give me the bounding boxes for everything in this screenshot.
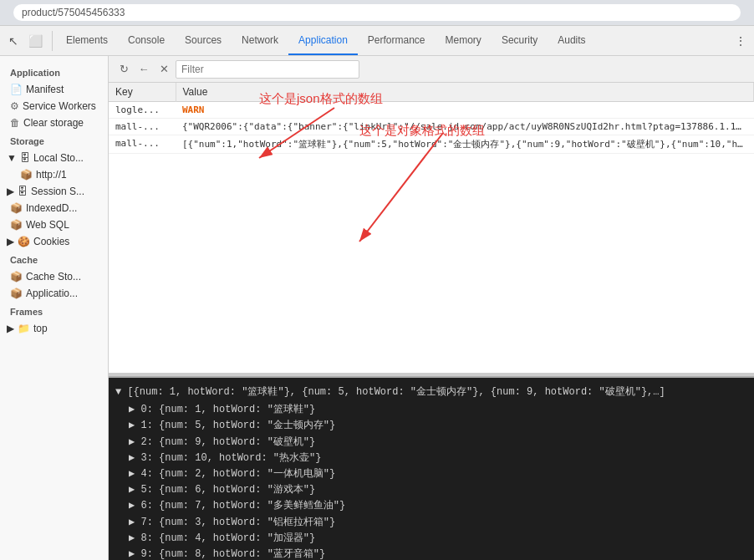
sidebar-group-top-header[interactable]: ▶ 📁 top (0, 320, 108, 337)
toolbar-icons: ↖ ⬜ (3, 31, 53, 51)
table-cell-key: mall-... (109, 135, 176, 154)
bottom-tree-item[interactable]: ▶ 2: {num: 9, hotWord: "破壁机"} (115, 435, 747, 451)
bottom-tree-item[interactable]: ▶ 6: {num: 7, hotWord: "多美鲜鳕鱼油"} (115, 498, 747, 514)
bottom-panel: ▼ [{num: 1, hotWord: "篮球鞋"}, {num: 5, ho… (109, 376, 754, 560)
sidebar-item-manifest-label: Manifest (26, 84, 64, 95)
sidebar-group-session-storage: ▶ 🗄 Session S... (0, 183, 108, 200)
table-cell-key: logle... (109, 102, 176, 119)
bottom-tree-item[interactable]: ▶ 1: {num: 5, hotWord: "金士顿内存"} (115, 418, 747, 434)
filter-input[interactable] (176, 60, 359, 79)
cache-storage-icon: 📦 (10, 271, 23, 283)
sidebar-websql-label: Web SQL (26, 219, 69, 231)
service-workers-icon: ⚙ (10, 100, 19, 112)
frames-folder-icon: 📁 (18, 323, 30, 334)
table-cell-value: WARN (176, 102, 754, 119)
sidebar-app-cache-label: Applicatio... (26, 288, 78, 299)
table-row[interactable]: logle...WARN (109, 102, 754, 119)
sidebar-cache-storage-label: Cache Sto... (26, 271, 81, 283)
local-storage-db-icon: 🗄 (20, 152, 30, 164)
url-bar[interactable]: product/575045456333 (13, 4, 741, 21)
bottom-tree-item[interactable]: ▶ 5: {num: 6, hotWord: "游戏本"} (115, 482, 747, 498)
bottom-tree-item[interactable]: ▶ 8: {num: 4, hotWord: "加湿器"} (115, 531, 747, 547)
col-header-key: Key (109, 83, 176, 102)
table-row[interactable]: mall-...{"WQR2006":{"data":{"banner":{"l… (109, 119, 754, 135)
tab-elements[interactable]: Elements (56, 26, 118, 55)
sidebar-indexeddb-label: IndexedD... (26, 202, 77, 214)
sidebar-item-clear-storage[interactable]: 🗑 Clear storage (0, 115, 108, 131)
inspect-icon[interactable]: ⬜ (25, 31, 45, 51)
table-row[interactable]: mall-...[{"num":1,"hotWord":"篮球鞋"},{"num… (109, 135, 754, 154)
sidebar-child-http-label: http://1 (36, 169, 67, 181)
clear-button[interactable]: ✕ (155, 61, 172, 78)
sidebar-local-storage-label: Local Sto... (33, 152, 84, 164)
cookies-expand-icon: ▶ (7, 236, 14, 247)
sidebar-item-service-label: Service Workers (23, 100, 96, 112)
sidebar-group-local-storage-header[interactable]: ▼ 🗄 Local Sto... (0, 150, 108, 166)
sidebar-item-indexeddb[interactable]: 📦 IndexedD... (0, 200, 108, 216)
sidebar-item-manifest[interactable]: 📄 Manifest (0, 81, 108, 98)
table-cell-key: mall-... (109, 119, 176, 135)
tab-application[interactable]: Application (288, 26, 358, 55)
sidebar-group-cookies: ▶ 🍪 Cookies (0, 233, 108, 250)
bottom-summary: ▼ [{num: 1, hotWord: "篮球鞋"}, {num: 5, ho… (115, 383, 747, 402)
devtools-body: Application 📄 Manifest ⚙ Service Workers… (0, 56, 754, 560)
tab-audits[interactable]: Audits (548, 26, 595, 55)
browser-bar: product/575045456333 (0, 0, 754, 25)
sidebar-cookies-label: Cookies (33, 236, 69, 247)
app-cache-icon: 📦 (10, 288, 23, 299)
manifest-icon: 📄 (10, 84, 23, 95)
refresh-button[interactable]: ↻ (115, 61, 132, 78)
devtools-panel: ↖ ⬜ Elements Console Sources Network App… (0, 25, 754, 560)
bottom-tree-item[interactable]: ▶ 0: {num: 1, hotWord: "篮球鞋"} (115, 402, 747, 418)
table-area: Key Value logle...WARNmall-...{"WQR2006"… (109, 83, 754, 373)
main-content: ↻ ← ✕ Key Value logle...WARNmall-. (109, 56, 754, 560)
sidebar-child-http[interactable]: 📦 http://1 (13, 166, 108, 183)
sidebar-section-application: Application (0, 63, 108, 81)
bottom-tree-item[interactable]: ▶ 9: {num: 8, hotWord: "蓝牙音箱"} (115, 547, 747, 560)
tab-sources[interactable]: Sources (175, 26, 232, 55)
devtools-tabs: Elements Console Sources Network Applica… (56, 26, 731, 55)
indexeddb-icon: 📦 (10, 202, 23, 214)
data-table: Key Value logle...WARNmall-...{"WQR2006"… (109, 83, 754, 154)
toolbar-more: ⋮ (731, 31, 751, 51)
clear-storage-icon: 🗑 (10, 117, 20, 129)
tab-network[interactable]: Network (232, 26, 288, 55)
table-cell-value: {"WQR2006":{"data":{"banner":{"linkUrl":… (176, 119, 754, 135)
sidebar-group-session-header[interactable]: ▶ 🗄 Session S... (0, 183, 108, 200)
sidebar: Application 📄 Manifest ⚙ Service Workers… (0, 56, 109, 560)
back-button[interactable]: ← (135, 61, 152, 78)
local-storage-expand-icon: ▼ (7, 152, 17, 164)
sidebar-session-label: Session S... (31, 186, 84, 197)
col-header-value: Value (176, 83, 754, 102)
more-options-icon[interactable]: ⋮ (731, 31, 751, 51)
sidebar-group-local-storage: ▼ 🗄 Local Sto... 📦 http://1 (0, 150, 108, 183)
bottom-tree-item[interactable]: ▶ 7: {num: 3, hotWord: "铝框拉杆箱"} (115, 515, 747, 531)
bottom-tree-item[interactable]: ▶ 3: {num: 10, hotWord: "热水壶"} (115, 451, 747, 466)
session-db-icon: 🗄 (18, 186, 28, 197)
table-cell-value: [{"num":1,"hotWord":"篮球鞋"},{"num":5,"hot… (176, 135, 754, 154)
warn-badge: WARN (182, 104, 205, 115)
devtools-toolbar: ↖ ⬜ Elements Console Sources Network App… (0, 26, 754, 56)
sidebar-section-storage: Storage (0, 131, 108, 150)
sidebar-item-service-workers[interactable]: ⚙ Service Workers (0, 98, 108, 115)
cookies-icon: 🍪 (18, 236, 30, 247)
sidebar-group-frames: ▶ 📁 top (0, 320, 108, 337)
http-icon: 📦 (20, 169, 33, 181)
sidebar-section-cache: Cache (0, 250, 108, 268)
sidebar-item-clear-label: Clear storage (23, 117, 84, 129)
sidebar-group-cookies-header[interactable]: ▶ 🍪 Cookies (0, 233, 108, 250)
sidebar-section-frames: Frames (0, 302, 108, 320)
sidebar-item-cache-storage[interactable]: 📦 Cache Sto... (0, 268, 108, 285)
tab-console[interactable]: Console (118, 26, 175, 55)
local-storage-children: 📦 http://1 (13, 166, 108, 183)
tab-security[interactable]: Security (492, 26, 548, 55)
tab-memory[interactable]: Memory (436, 26, 492, 55)
filter-bar: ↻ ← ✕ (109, 56, 754, 83)
sidebar-top-frame-label: top (33, 323, 48, 334)
websql-icon: 📦 (10, 219, 23, 231)
tab-performance[interactable]: Performance (358, 26, 436, 55)
cursor-icon[interactable]: ↖ (3, 31, 23, 51)
sidebar-item-websql[interactable]: 📦 Web SQL (0, 216, 108, 233)
sidebar-item-app-cache[interactable]: 📦 Applicatio... (0, 285, 108, 302)
bottom-tree-item[interactable]: ▶ 4: {num: 2, hotWord: "一体机电脑"} (115, 466, 747, 482)
